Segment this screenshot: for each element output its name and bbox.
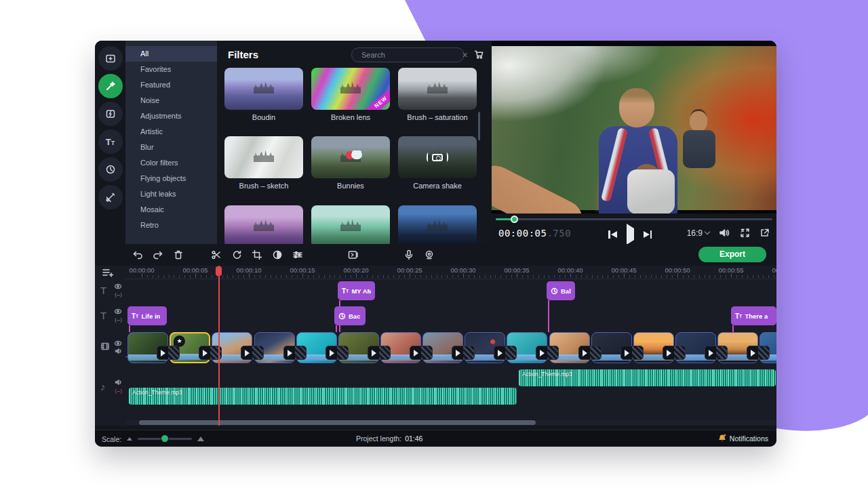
slide-transition-button[interactable] [343,249,363,260]
title-clip[interactable]: TT Bac [334,306,366,325]
audio-clip[interactable]: Action_Theme.mp3 [519,369,776,386]
record-webcam-button[interactable] [419,249,439,260]
category-item[interactable]: Color filters [125,155,217,171]
category-item[interactable]: Featured [125,77,217,93]
transition-chip[interactable] [663,346,686,360]
filter-item[interactable]: NEW Broken lens [311,68,390,121]
visibility-toggle[interactable] [114,283,122,289]
transition-chip[interactable] [241,346,264,360]
fullscreen-icon[interactable] [740,228,750,238]
scale-slider[interactable] [138,438,192,440]
title-clip[interactable]: TT MY AM [338,281,375,300]
filter-thumbnail[interactable] [224,136,303,178]
titles-tool-button[interactable]: TT [98,129,123,154]
scrollbar-thumb[interactable] [139,420,536,425]
video-player[interactable] [492,41,776,214]
filter-item[interactable]: Boudin [224,68,303,121]
clip-properties-button[interactable] [288,249,308,260]
zoom-out-icon[interactable] [127,437,132,441]
seek-bar[interactable] [496,218,772,220]
notifications-button[interactable]: Notifications [718,434,768,443]
more-tools-button[interactable] [98,185,123,209]
add-track-button[interactable] [102,267,115,281]
delete-button[interactable] [168,249,189,260]
transitions-tool-button[interactable] [98,102,123,126]
mute-toggle[interactable] [114,379,122,386]
category-item[interactable]: All [125,46,217,62]
filters-scrollbar[interactable] [478,112,480,140]
transition-chip[interactable] [157,346,180,360]
aspect-ratio-dropdown[interactable]: 16:9 [687,228,709,238]
seek-handle[interactable] [511,216,518,223]
filter-item[interactable]: Brush – saturation [398,68,477,121]
filter-item[interactable] [311,205,390,244]
transition-chip[interactable] [452,346,475,360]
transition-chip[interactable] [368,346,391,360]
link-toggle[interactable]: (↔) [114,291,122,298]
transition-chip[interactable] [620,346,644,360]
visibility-toggle[interactable] [114,340,122,346]
title-clip[interactable]: TT There a [731,306,776,325]
filter-item[interactable]: Bunnies [311,136,390,190]
add-media-button[interactable] [98,46,123,70]
redo-button[interactable] [148,249,168,260]
audio-clip[interactable]: Action_Theme.mp3 [129,388,517,405]
transition-chip[interactable] [578,346,601,360]
category-item[interactable]: Noise [125,93,217,108]
category-item[interactable]: Artistic [125,124,217,140]
transition-chip[interactable] [326,346,349,360]
playhead-handle[interactable] [216,266,222,276]
transition-chip[interactable] [705,346,728,360]
export-button[interactable]: Export [698,247,766,262]
title-clip[interactable]: TT Ball [547,281,575,300]
timeline-ruler[interactable]: 00:00:0000:00:0500:00:1000:00:1500:00:20… [125,266,776,279]
transition-chip[interactable] [536,346,559,360]
transition-chip[interactable] [747,346,770,360]
transition-chip[interactable] [283,346,307,360]
filter-item[interactable] [224,205,303,244]
detach-player-icon[interactable] [760,228,770,238]
category-item[interactable]: Favorites [125,62,217,77]
category-item[interactable]: Flying objects [125,171,217,186]
link-toggle[interactable]: (↔) [114,316,122,323]
filter-thumbnail[interactable]: NEW [311,68,390,110]
visibility-toggle[interactable] [114,308,122,314]
playhead[interactable] [218,266,220,426]
category-item[interactable]: Light leaks [125,186,217,202]
link-toggle[interactable]: (↔) [114,387,122,394]
filters-tool-button[interactable] [98,74,123,98]
filter-item[interactable]: Brush – sketch [224,136,303,190]
category-item[interactable]: Retro [125,218,217,233]
undo-button[interactable] [127,249,148,260]
filter-thumbnail[interactable] [224,68,303,110]
timeline-tracks[interactable]: TT Life in TT MY AM TT [125,279,776,426]
color-adjustments-button[interactable] [267,249,288,260]
filter-thumbnail[interactable] [398,205,477,244]
zoom-in-icon[interactable] [197,436,204,441]
play-button[interactable] [627,228,634,241]
filter-thumbnail[interactable] [311,205,390,244]
filter-item[interactable] [398,205,477,244]
filter-item[interactable]: Camera shake [398,136,477,190]
filter-thumbnail[interactable] [311,136,390,178]
mute-toggle[interactable] [114,348,122,354]
filter-thumbnail[interactable] [398,68,477,110]
rotate-button[interactable] [226,249,247,260]
scale-slider-handle[interactable] [161,434,169,443]
previous-frame-button[interactable] [608,230,617,239]
transition-chip[interactable] [494,346,517,360]
next-frame-button[interactable] [644,230,652,239]
category-item[interactable]: Mosaic [125,202,217,218]
transition-chip[interactable] [410,346,433,360]
effects-store-button[interactable] [473,49,484,62]
stickers-tool-button[interactable] [98,157,123,182]
volume-icon[interactable] [719,228,730,238]
search-box[interactable]: ✕ [351,47,465,62]
filter-thumbnail[interactable] [398,136,477,178]
crop-button[interactable] [247,249,267,260]
category-item[interactable]: Adjustments [125,108,217,124]
search-input[interactable] [361,51,458,59]
clear-search-icon[interactable]: ✕ [462,51,468,60]
timeline-scrollbar[interactable] [125,420,776,425]
cut-button[interactable] [206,249,226,260]
